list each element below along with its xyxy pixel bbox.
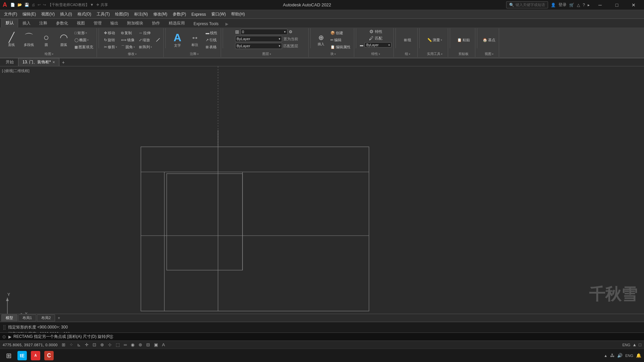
polyline-tool[interactable]: ⌒ 多段线 [21, 29, 37, 51]
tray-notification-icon[interactable]: 🔔 [636, 353, 641, 358]
sc-icon[interactable]: ⊟ [146, 342, 150, 347]
fillet-tool[interactable]: ⌒圆角▾ [120, 44, 136, 50]
undo-btn[interactable]: ↩ [38, 3, 41, 7]
drawing-canvas[interactable]: Y X [0, 66, 644, 349]
notify-icon[interactable]: ▲ [632, 342, 637, 347]
tab-collaborate[interactable]: 协作 [148, 19, 164, 27]
cart-icon[interactable]: 🛒 [569, 3, 574, 7]
line-tool[interactable]: ╱ 直线 [3, 29, 19, 51]
layer-label[interactable]: 图层▾ [262, 52, 271, 56]
tab-close-btn[interactable]: ✕ [52, 60, 55, 64]
menu-help[interactable]: 帮助(H) [228, 10, 248, 18]
modify-label[interactable]: 修改▾ [128, 52, 137, 56]
annotation-label[interactable]: 注释▾ [190, 52, 199, 56]
dimension-tool[interactable]: ↔ 标注 [187, 29, 203, 51]
ducs-icon[interactable]: ⊹ [108, 342, 112, 347]
tab-drawing[interactable]: 13. 门、装饰柜* ✕ [18, 58, 59, 66]
ortho-icon[interactable]: ⊾ [77, 342, 81, 347]
login-btn[interactable]: 登录 [558, 2, 567, 8]
paste-btn[interactable]: 📋粘贴 [456, 37, 471, 43]
circle-tool[interactable]: ○ 圆 [38, 29, 54, 51]
rect-tool[interactable]: □矩形▾ [73, 29, 95, 36]
edit-attr-btn[interactable]: 📋编辑属性 [329, 44, 352, 50]
hatch-tool[interactable]: ▦图案填充 [73, 44, 95, 50]
insert-btn[interactable]: ⊕ 插入 [314, 30, 328, 50]
cmd-settings-icon[interactable]: ⚙ [2, 334, 6, 340]
layout-add-btn[interactable]: + [56, 315, 62, 321]
tab-start[interactable]: 开始 [1, 58, 18, 66]
grid-icon[interactable]: ⊞ [62, 342, 65, 347]
menu-view[interactable]: 视图(V) [39, 10, 57, 18]
tray-speaker-icon[interactable]: 🔊 [617, 353, 623, 358]
menu-dimension[interactable]: 标注(N) [131, 10, 151, 18]
view-label[interactable]: 视图▾ [485, 52, 493, 56]
linestyle-tool[interactable]: ▬线性 [204, 29, 219, 36]
triangle-icon[interactable]: △ [577, 3, 580, 7]
c-app-btn[interactable]: C [43, 350, 55, 362]
osnap-icon[interactable]: ⊡ [93, 342, 96, 347]
menu-tools[interactable]: 工具(T) [94, 10, 112, 18]
stretch-tool[interactable]: ↔拉伸 [138, 29, 153, 36]
edit-block-btn[interactable]: ✏编辑 [329, 37, 352, 43]
tab-output[interactable]: 输出 [106, 19, 123, 27]
properties-btn[interactable]: 特性 [375, 29, 382, 34]
anno-icon[interactable]: A [162, 342, 165, 347]
menu-edit[interactable]: 编辑(E) [20, 10, 39, 18]
polar-icon[interactable]: ✛ [85, 342, 89, 347]
mirror-tool[interactable]: ⟺镜像 [120, 37, 136, 43]
arrow-icon[interactable]: ▸ [588, 3, 590, 7]
save-btn[interactable]: 💾 [24, 3, 29, 7]
layer-props-icon[interactable]: ⚙ [289, 29, 292, 34]
arc-tool[interactable]: ◠ 圆弧 [56, 29, 72, 51]
trim-tool[interactable]: ✂修剪▾ [103, 44, 118, 50]
menu-file[interactable]: 文件(F) [1, 10, 20, 18]
open-btn[interactable]: 📂 [17, 3, 22, 7]
color-selector[interactable]: ByLayer ▾ [235, 36, 282, 42]
block-label[interactable]: 块▾ [330, 52, 336, 56]
tab-add-btn[interactable]: + [59, 59, 67, 66]
text-tool[interactable]: A 文字 [169, 29, 185, 51]
leader-tool[interactable]: ↗引线 [204, 37, 219, 43]
ellipse-tool[interactable]: ◯椭圆▾ [73, 37, 95, 43]
windows-start-btn[interactable]: ⊞ [3, 350, 15, 362]
tp-icon[interactable]: ◉ [131, 342, 135, 347]
sel-icon[interactable]: ▣ [154, 342, 158, 347]
qp-icon[interactable]: ⊛ [139, 342, 142, 347]
measure-btn[interactable]: 📏测量▾ [426, 37, 443, 43]
copy-tool[interactable]: ⧉复制 [120, 29, 136, 36]
tab-model[interactable]: 模型 [1, 314, 17, 321]
utility-label[interactable]: 实用工具▾ [427, 52, 442, 56]
tab-layout2[interactable]: 布局2 [37, 314, 55, 321]
tab-express[interactable]: Express Tools [189, 20, 223, 27]
properties-label[interactable]: 特性▾ [371, 52, 380, 56]
autocad-app-btn[interactable]: A [30, 350, 42, 362]
cad-drawing[interactable]: [-]俯视[二维线框] [0, 66, 644, 349]
new-btn[interactable]: 📄 [10, 3, 15, 7]
draw-label[interactable]: 绘图▾ [45, 52, 53, 56]
tab-annotation[interactable]: 注释 [35, 19, 52, 27]
lineweight-selector[interactable]: ByLayer ▾ [365, 42, 391, 48]
erase-tool[interactable] [155, 37, 161, 43]
table-tool[interactable]: ⊞表格 [204, 44, 219, 50]
match-prop-btn[interactable]: 匹配 [375, 36, 382, 41]
menu-window[interactable]: 窗口(W) [209, 10, 228, 18]
workspace-selector[interactable]: 【千秋雪老师CAD教程】 ▼ [48, 2, 94, 7]
balloon-icon[interactable]: □ [639, 342, 641, 347]
move-tool[interactable]: ✥移动 [103, 29, 118, 36]
menu-modify[interactable]: 修改(M) [151, 10, 170, 18]
linetype-selector[interactable]: ByLayer ▾ [235, 43, 282, 49]
snap-icon[interactable]: ⁘ [69, 342, 73, 347]
scale-tool[interactable]: ⤢缩放 [138, 37, 153, 43]
menu-insert[interactable]: 插入(I) [57, 10, 74, 18]
array-tool[interactable]: ⊞阵列▾ [138, 44, 153, 50]
otrack-icon[interactable]: ⊕ [100, 342, 104, 347]
te-app-btn[interactable]: tE [16, 350, 28, 362]
tab-default[interactable]: 默认 [1, 18, 18, 27]
tab-parametric[interactable]: 参数化 [52, 19, 72, 27]
print-btn[interactable]: 🖨 [32, 3, 35, 7]
tab-layout1[interactable]: 布局1 [18, 314, 36, 321]
clipboard-label[interactable]: 剪贴板 [459, 52, 469, 56]
layer-selector[interactable]: 0 ▾ [240, 29, 287, 35]
redo-btn[interactable]: ↪ [43, 3, 46, 7]
tab-featured[interactable]: 精选应用 [164, 19, 189, 27]
